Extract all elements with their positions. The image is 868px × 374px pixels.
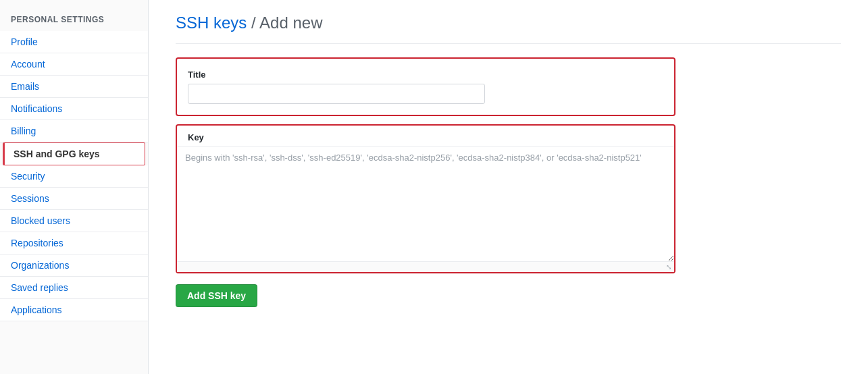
sidebar-item-organizations[interactable]: Organizations <box>0 255 148 277</box>
sidebar-item-account[interactable]: Account <box>0 53 148 76</box>
title-form-section: Title <box>176 57 675 116</box>
page-title: SSH keys / Add new <box>176 14 841 44</box>
resize-handle: ⤡ <box>177 261 674 272</box>
sidebar-item-ssh-gpg-keys[interactable]: SSH and GPG keys <box>3 142 145 165</box>
add-ssh-key-button[interactable]: Add SSH key <box>176 284 257 307</box>
sidebar-item-notifications[interactable]: Notifications <box>0 98 148 120</box>
sidebar-item-billing[interactable]: Billing <box>0 120 148 142</box>
sidebar-item-security[interactable]: Security <box>0 165 148 188</box>
sidebar-item-saved-replies[interactable]: Saved replies <box>0 277 148 299</box>
sidebar-item-blocked-users[interactable]: Blocked users <box>0 210 148 232</box>
title-label: Title <box>188 70 663 80</box>
main-content: SSH keys / Add new Title Key ⤡ Add SSH k… <box>149 0 868 374</box>
title-input[interactable] <box>188 84 485 104</box>
title-separator: / <box>247 14 259 32</box>
ssh-keys-link[interactable]: SSH keys <box>176 14 247 32</box>
sidebar: Personal settings ProfileAccountEmailsNo… <box>0 0 149 374</box>
resize-icon: ⤡ <box>666 263 671 271</box>
title-rest: Add new <box>259 14 322 32</box>
key-label: Key <box>177 126 674 146</box>
key-textarea[interactable] <box>177 146 674 261</box>
sidebar-item-emails[interactable]: Emails <box>0 76 148 98</box>
sidebar-item-sessions[interactable]: Sessions <box>0 188 148 210</box>
sidebar-item-repositories[interactable]: Repositories <box>0 232 148 255</box>
sidebar-item-applications[interactable]: Applications <box>0 299 148 321</box>
key-form-section: Key ⤡ <box>176 124 675 273</box>
sidebar-item-profile[interactable]: Profile <box>0 31 148 53</box>
sidebar-header: Personal settings <box>0 11 148 31</box>
